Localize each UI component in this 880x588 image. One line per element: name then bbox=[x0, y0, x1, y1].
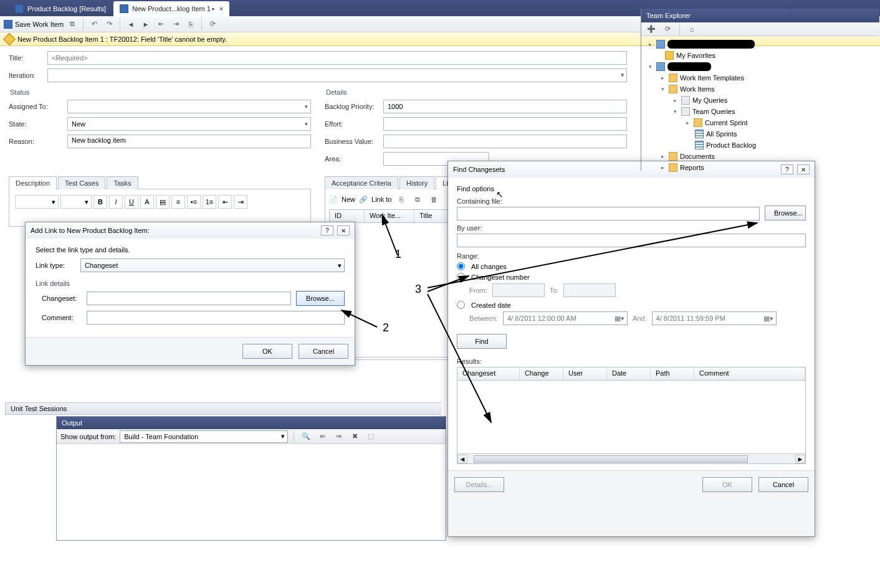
results-grid-body[interactable] bbox=[457, 381, 806, 454]
col-path[interactable]: Path bbox=[651, 368, 694, 380]
close-icon[interactable]: × bbox=[219, 5, 223, 12]
delete-link-button[interactable]: 🗑 bbox=[428, 193, 440, 206]
font-color-button[interactable]: A bbox=[140, 195, 154, 209]
refresh-button[interactable]: ⟳ bbox=[206, 18, 219, 31]
open-link-button[interactable]: ⎘ bbox=[395, 193, 408, 206]
team-explorer-tree: ▸ My Favorites ▾ ▸Work Item Templates ▾W… bbox=[641, 36, 879, 176]
tab-new-backlog-item[interactable]: New Product...klog Item 1 • × bbox=[113, 1, 229, 16]
tree-work-items[interactable]: ▾Work Items bbox=[644, 83, 877, 95]
col-workitem[interactable]: Work Ite... bbox=[365, 210, 414, 222]
home-button[interactable]: ⌂ bbox=[686, 23, 698, 36]
browse-button[interactable]: Browse... bbox=[765, 206, 806, 220]
copy-link-button[interactable]: ⧉ bbox=[411, 193, 424, 206]
tree-reports[interactable]: ▸Reports bbox=[644, 162, 877, 173]
italic-button[interactable]: I bbox=[109, 195, 123, 209]
next-result-button[interactable]: ⇒ bbox=[332, 430, 345, 443]
tree-documents[interactable]: ▸Documents bbox=[644, 151, 877, 162]
assigned-to-combo[interactable]: ▾ bbox=[67, 100, 311, 113]
col-change[interactable]: Change bbox=[520, 368, 563, 380]
col-comment[interactable]: Comment bbox=[694, 368, 805, 380]
priority-input[interactable] bbox=[383, 100, 627, 113]
clear-button[interactable]: ✖ bbox=[348, 430, 361, 443]
mouse-cursor: ↖ bbox=[496, 189, 504, 199]
output-text[interactable] bbox=[57, 444, 446, 540]
indent-button[interactable]: ⇥ bbox=[234, 195, 247, 209]
link-button[interactable]: ⎘ bbox=[184, 18, 197, 31]
changeset-input[interactable] bbox=[87, 292, 291, 305]
col-user[interactable]: User bbox=[563, 368, 607, 380]
font-size-combo[interactable]: ▾ bbox=[60, 195, 92, 209]
tree-product-backlog[interactable]: Product Backlog bbox=[644, 140, 877, 151]
align-button[interactable]: ≡ bbox=[171, 195, 185, 209]
outdent-button[interactable]: ⇤ bbox=[155, 18, 167, 31]
outdent-button[interactable]: ⇤ bbox=[218, 195, 232, 209]
cancel-button[interactable]: Cancel bbox=[758, 477, 808, 492]
highlight-button[interactable]: ▤ bbox=[156, 195, 170, 209]
numbering-button[interactable]: 1≡ bbox=[203, 195, 216, 209]
scroll-right-icon[interactable]: ► bbox=[795, 455, 805, 463]
refresh-button[interactable]: ⟳ bbox=[661, 23, 674, 36]
link-to-button[interactable]: Link to bbox=[371, 196, 391, 203]
created-date-radio[interactable] bbox=[457, 301, 465, 309]
effort-input[interactable] bbox=[383, 117, 627, 131]
toggle-wrap-button[interactable]: ⬚ bbox=[365, 430, 377, 443]
output-source-combo[interactable]: Build - Team Foundation▾ bbox=[120, 430, 288, 443]
tab-tasks[interactable]: Tasks bbox=[107, 176, 138, 189]
changeset-number-radio[interactable] bbox=[457, 273, 465, 281]
date-from-input[interactable]: 4/ 8/2011 12:00:00 AM▦▾ bbox=[503, 311, 628, 325]
col-id[interactable]: ID bbox=[330, 210, 365, 222]
copy-button[interactable]: ⧉ bbox=[66, 18, 79, 31]
cancel-button[interactable]: Cancel bbox=[299, 344, 348, 359]
tab-description[interactable]: Description bbox=[9, 176, 57, 189]
linktype-combo[interactable]: Changeset ▾ bbox=[80, 258, 345, 272]
scroll-left-icon[interactable]: ◄ bbox=[457, 455, 467, 463]
iteration-combo[interactable]: ▾ bbox=[47, 69, 627, 82]
state-combo[interactable]: New▾ bbox=[67, 117, 311, 131]
bullets-button[interactable]: •≡ bbox=[187, 195, 201, 209]
prev-button[interactable]: ◄ bbox=[125, 18, 137, 31]
tree-server-node[interactable]: ▸ bbox=[644, 39, 877, 50]
title-input[interactable] bbox=[47, 51, 627, 65]
new-link-button[interactable]: New bbox=[342, 196, 355, 203]
redo-button[interactable]: ↷ bbox=[103, 18, 115, 31]
tab-acceptance-criteria[interactable]: Acceptance Criteria bbox=[325, 176, 398, 189]
add-server-button[interactable]: ➕ bbox=[645, 23, 658, 36]
ok-button[interactable]: OK bbox=[242, 344, 292, 359]
tab-history[interactable]: History bbox=[399, 176, 434, 189]
indent-button[interactable]: ⇥ bbox=[170, 18, 182, 31]
tree-favorites[interactable]: My Favorites bbox=[644, 50, 877, 61]
unit-test-sessions-panel-header[interactable]: Unit Test Sessions bbox=[5, 402, 441, 415]
redacted-text bbox=[667, 40, 755, 49]
next-button[interactable]: ► bbox=[140, 18, 152, 31]
comment-input[interactable] bbox=[87, 311, 345, 325]
date-to-input[interactable]: 4/ 8/2011 11:59:59 PM▦▾ bbox=[652, 311, 777, 325]
scroll-thumb[interactable] bbox=[474, 455, 748, 463]
col-changeset[interactable]: Changeset bbox=[457, 368, 520, 380]
close-button[interactable]: ✕ bbox=[337, 225, 350, 235]
tree-my-queries[interactable]: ▸My Queries bbox=[644, 95, 877, 106]
undo-button[interactable]: ↶ bbox=[88, 18, 100, 31]
find-button[interactable]: Find bbox=[457, 334, 507, 349]
help-button[interactable]: ? bbox=[321, 225, 333, 235]
all-changes-radio[interactable] bbox=[457, 262, 465, 270]
tree-team-queries[interactable]: ▾Team Queries bbox=[644, 106, 877, 117]
find-button[interactable]: 🔍 bbox=[300, 430, 312, 443]
underline-button[interactable]: U bbox=[125, 195, 138, 209]
browse-button[interactable]: Browse... bbox=[296, 291, 345, 306]
results-hscrollbar[interactable]: ◄ ► bbox=[457, 454, 806, 464]
col-date[interactable]: Date bbox=[607, 368, 651, 380]
tree-wit-templates[interactable]: ▸Work Item Templates bbox=[644, 72, 877, 83]
containing-file-input[interactable] bbox=[457, 207, 760, 220]
tree-all-sprints[interactable]: All Sprints bbox=[644, 128, 877, 140]
bold-button[interactable]: B bbox=[93, 195, 107, 209]
save-button[interactable]: Save Work Item bbox=[4, 20, 64, 29]
tab-test-cases[interactable]: Test Cases bbox=[58, 176, 105, 189]
tree-current-sprint[interactable]: ▸Current Sprint bbox=[644, 117, 877, 128]
by-user-input[interactable] bbox=[457, 234, 806, 247]
reason-field[interactable]: New backlog item bbox=[67, 135, 311, 148]
tab-product-backlog[interactable]: Product Backlog [Results] bbox=[9, 1, 112, 16]
business-value-input[interactable] bbox=[383, 135, 627, 148]
font-family-combo[interactable]: ▾ bbox=[15, 195, 59, 209]
tree-project-node[interactable]: ▾ bbox=[644, 61, 877, 72]
prev-result-button[interactable]: ⇐ bbox=[316, 430, 328, 443]
